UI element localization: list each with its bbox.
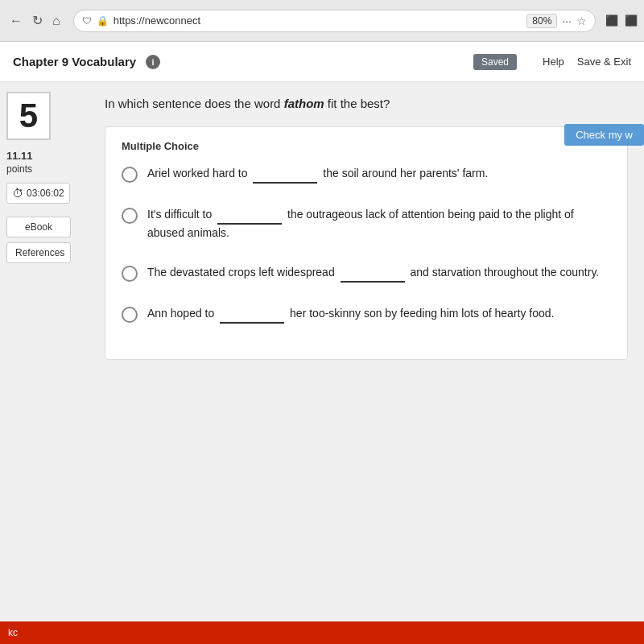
browser-toolbar: ⬛ ⬛ [605,14,638,27]
main-content: 5 11.11 points ⏱ 03:06:02 eBook Referenc… [0,82,644,644]
choice-a-text: Ariel worked hard to the soil around her… [147,165,488,184]
timer-value: 03:06:02 [27,188,64,199]
nav-buttons: ← ↻ ⌂ [6,11,64,30]
help-link[interactable]: Help [543,56,564,68]
timer-icon: ⏱ [12,187,23,200]
check-button[interactable]: Check my w [564,124,644,146]
points-value: 11.11 [6,150,82,162]
bottom-text: kc [8,627,18,638]
radio-a[interactable] [122,167,138,183]
back-button[interactable]: ← [6,12,26,30]
url-text: https://newconnect [114,14,522,27]
page-title: Chapter 9 Vocabulary [13,55,136,68]
info-icon[interactable]: i [146,55,160,69]
radio-d[interactable] [122,307,138,323]
bottom-bar: kc [0,621,644,644]
zoom-badge: 80% [526,14,557,28]
reload-button[interactable]: ↻ [29,11,46,30]
question-area: In which sentence does the word fathom f… [89,82,644,644]
dots-menu[interactable]: ··· [562,14,572,27]
points-label: points [6,163,82,175]
header-links: Help Save & Exit [543,56,631,68]
timer-display: ⏱ 03:06:02 [6,183,70,204]
app-header: Chapter 9 Vocabulary i Saved Help Save &… [0,42,644,82]
choice-d[interactable]: Ann hoped to her too-skinny son by feedi… [122,305,611,324]
address-bar[interactable]: 🛡 🔒 https://newconnect 80% ··· ☆ [73,10,596,32]
choice-c[interactable]: The devastated crops left widespread and… [122,264,611,283]
lock-icon: 🔒 [97,15,109,27]
question-prompt: In which sentence does the word fathom f… [105,95,628,114]
bookmark-icon[interactable]: ☆ [576,14,587,27]
blank-c [341,264,405,283]
choice-b[interactable]: It's difficult to the outrageous lack of… [122,206,611,242]
references-button[interactable]: References [6,242,71,263]
profile-icon: ⬛ [605,14,618,27]
ebook-button[interactable]: eBook [6,217,71,237]
browser-chrome: ← ↻ ⌂ 🛡 🔒 https://newconnect 80% ··· ☆ ⬛… [0,0,644,42]
choice-b-text: It's difficult to the outrageous lack of… [147,206,611,242]
shield-icon: 🛡 [82,15,92,27]
choice-a[interactable]: Ariel worked hard to the soil around her… [122,165,611,184]
save-exit-link[interactable]: Save & Exit [577,56,631,68]
question-number: 5 [6,92,51,140]
blank-d [220,305,284,324]
radio-c[interactable] [122,266,138,282]
blank-b [217,206,282,225]
blank-a [253,165,317,184]
choices-panel: Multiple Choice Ariel worked hard to the… [105,126,628,360]
radio-b[interactable] [122,208,138,224]
home-button[interactable]: ⌂ [49,12,64,30]
saved-badge: Saved [473,54,517,70]
choice-d-text: Ann hoped to her too-skinny son by feedi… [147,305,554,324]
choice-c-text: The devastated crops left widespread and… [147,264,599,283]
extensions-icon: ⬛ [625,14,638,27]
choices-title: Multiple Choice [122,140,611,152]
left-sidebar: 5 11.11 points ⏱ 03:06:02 eBook Referenc… [0,82,89,644]
